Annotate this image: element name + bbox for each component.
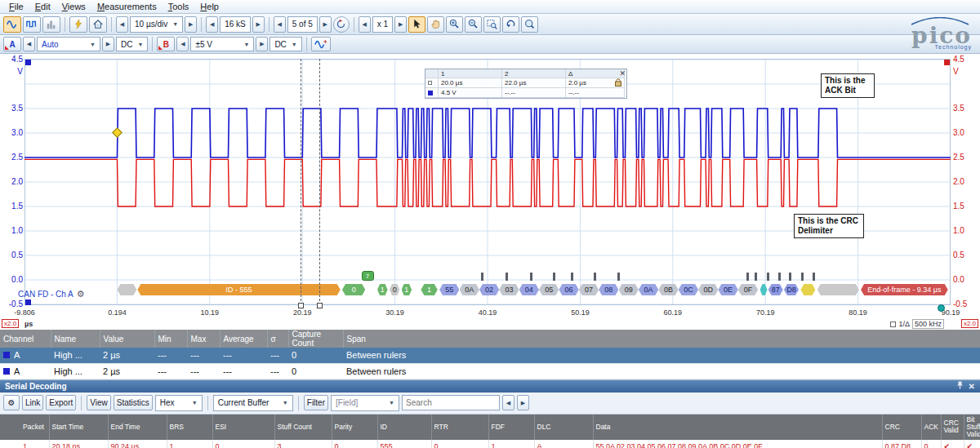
decoder-channel-label[interactable]: CAN FD - Ch A ⚙ xyxy=(18,289,85,299)
timebase-next-button[interactable]: ▶ xyxy=(185,16,197,33)
channel-b-range-next-button[interactable]: ▶ xyxy=(256,37,268,51)
circular-arrows-icon xyxy=(336,19,346,29)
search-input[interactable] xyxy=(402,395,500,410)
packet-cell: ✔ xyxy=(941,440,964,448)
prev-packet-button[interactable]: ◀ xyxy=(502,395,514,410)
hand-tool-button[interactable] xyxy=(427,16,444,33)
decode-segment: 07 xyxy=(579,284,599,295)
y-tick-label-left: 1.5 xyxy=(2,202,23,211)
buffer-overview-button[interactable] xyxy=(333,16,350,33)
channel-b-range-value: ±5 V xyxy=(195,40,238,49)
channel-a-coupling-value: DC xyxy=(121,40,132,49)
ruler-time-1: 20.0 µs xyxy=(439,78,502,88)
marquee-zoom-tool-button[interactable] xyxy=(483,16,501,33)
pin-icon[interactable] xyxy=(956,381,964,391)
samples-next-button[interactable]: ▶ xyxy=(252,16,265,33)
serial-header-cell: BRS xyxy=(167,415,212,440)
channel-b-range-prev-button[interactable]: ◀ xyxy=(176,37,189,51)
stuff-bit-tick xyxy=(571,273,573,281)
decode-segment: 05 xyxy=(539,284,559,295)
zoom-out-tool-button[interactable] xyxy=(465,16,482,33)
timebase-prev-button[interactable]: ◀ xyxy=(116,16,128,33)
chevron-down-icon: ▼ xyxy=(283,400,288,406)
ruler-legend-close-icon[interactable]: ✕ xyxy=(619,69,626,78)
x-tick-label: 40.19 xyxy=(479,308,497,317)
serial-header-cell: Bit Stuffing Valid xyxy=(964,415,980,440)
serial-header-row: PacketStart TimeEnd TimeBRSESIStuff Coun… xyxy=(0,415,980,440)
channel-a-range-next-button[interactable]: ▶ xyxy=(102,37,114,51)
field-select[interactable]: [Field]▼ xyxy=(331,395,399,411)
channel-a-range-select[interactable]: Auto▼ xyxy=(37,37,100,51)
home-icon xyxy=(92,19,104,30)
ruler-legend-header-2: 2 xyxy=(502,69,566,78)
channel-a-button[interactable]: A xyxy=(3,37,21,51)
menu-edit[interactable]: Edit xyxy=(29,1,56,12)
measurement-cell: --- xyxy=(154,348,187,363)
x-tick-label: -9.806 xyxy=(14,308,35,317)
ruler-handle-2[interactable] xyxy=(317,303,323,308)
buffer-next-button[interactable]: ▶ xyxy=(319,16,332,33)
main-toolbar: ◀ 10 µs/div▼ ▶ ◀ 16 kS ▶ ◀ 5 of 5 ▶ ◀ x … xyxy=(0,14,980,35)
serial-settings-gear-button[interactable]: ⚙ xyxy=(3,395,20,410)
buffer-position: 5 of 5 xyxy=(287,16,318,33)
channel-a-range-prev-button[interactable]: ◀ xyxy=(23,37,35,51)
measurement-row[interactable]: AHigh ...2 µs------------0Between rulers xyxy=(0,348,980,363)
time-ruler-2[interactable] xyxy=(319,59,320,305)
undo-zoom-button[interactable] xyxy=(502,16,519,33)
pointer-tool-button[interactable] xyxy=(408,16,425,33)
filter-button[interactable]: Filter xyxy=(304,395,328,410)
packet-cell: 0 xyxy=(212,440,274,448)
link-button[interactable]: Link xyxy=(22,395,43,410)
packet-row[interactable]: 120.18 ns90.24 µs103055501A55 0A 02 03 0… xyxy=(0,440,980,448)
menu-tools[interactable]: Tools xyxy=(163,1,195,12)
buffer-select[interactable]: Current Buffer▼ xyxy=(213,395,293,411)
awg-button[interactable] xyxy=(311,37,331,51)
probe-wizard-button[interactable] xyxy=(69,16,87,33)
channel-b-button[interactable]: B xyxy=(157,37,175,51)
frequency-legend-checkbox[interactable] xyxy=(890,322,896,327)
home-button[interactable] xyxy=(89,16,107,33)
ruler-handle-1[interactable] xyxy=(298,303,304,308)
menu-views[interactable]: Views xyxy=(56,1,91,12)
samples-prev-button[interactable]: ◀ xyxy=(206,16,218,33)
y-tick-label-left: 2.0 xyxy=(2,177,23,186)
logo-swoosh-icon xyxy=(908,17,972,25)
menu-file[interactable]: File xyxy=(3,1,29,12)
zoom-full-button[interactable] xyxy=(521,16,538,33)
persistence-mode-button[interactable] xyxy=(23,16,41,33)
next-packet-button[interactable]: ▶ xyxy=(517,395,529,410)
view-button[interactable]: View xyxy=(87,395,111,410)
buffer-position-value: 5 of 5 xyxy=(292,20,313,29)
spectrum-mode-button[interactable] xyxy=(42,16,60,33)
zoom-in-tool-button[interactable] xyxy=(446,16,463,33)
format-select[interactable]: Hex▼ xyxy=(155,395,203,411)
bars-icon xyxy=(46,19,57,30)
y-tick-label-right: 3.5 xyxy=(953,104,978,113)
samples-select[interactable]: 16 kS xyxy=(220,16,251,33)
serial-header-cell: FDF xyxy=(488,415,534,440)
export-button[interactable]: Export xyxy=(46,395,76,410)
decoder-settings-gear-icon[interactable]: ⚙ xyxy=(77,289,85,299)
time-ruler-1[interactable] xyxy=(301,59,301,305)
buffer-prev-button[interactable]: ◀ xyxy=(274,16,286,33)
scope-mode-button[interactable] xyxy=(3,16,21,33)
measurements-header-cell: Channel xyxy=(0,330,51,348)
field-select-value: [Field] xyxy=(336,398,384,407)
close-icon[interactable]: ✕ xyxy=(969,382,975,391)
measurement-cell: --- xyxy=(267,348,288,363)
channel-b-coupling-select[interactable]: DC▼ xyxy=(270,37,301,51)
menu-measurements[interactable]: Measurements xyxy=(91,1,163,12)
measurement-row[interactable]: AHigh ...2 µs------------0Between rulers xyxy=(0,363,980,379)
x-tick-label: 60.19 xyxy=(664,308,683,317)
channel-b-range-select[interactable]: ±5 V▼ xyxy=(190,37,254,51)
channel-color-square xyxy=(3,368,10,375)
channel-a-coupling-select[interactable]: DC▼ xyxy=(116,37,148,51)
zoom-increase-button[interactable]: ▶ xyxy=(394,16,407,33)
frequency-legend[interactable]: 1/Δ 500 kHz xyxy=(890,319,944,329)
menu-help[interactable]: Help xyxy=(194,1,225,12)
zoom-decrease-button[interactable]: ◀ xyxy=(359,16,371,33)
lock-icon[interactable] xyxy=(615,78,621,88)
statistics-button[interactable]: Statistics xyxy=(114,395,153,410)
decode-segment: 0C xyxy=(679,284,698,295)
timebase-select[interactable]: 10 µs/div▼ xyxy=(130,16,183,33)
